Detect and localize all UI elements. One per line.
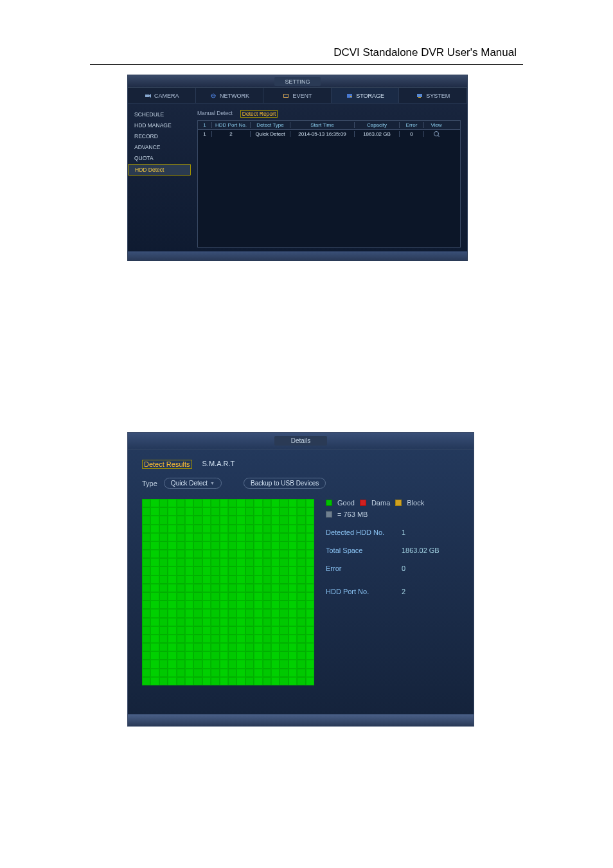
port-label: HDD Port No. bbox=[326, 588, 402, 595]
details-content: Good Dama Block = 763 MB Detected HDD No… bbox=[142, 499, 459, 685]
cell-start: 2014-05-13 16:35:09 bbox=[290, 131, 355, 137]
sidebar: SCHEDULE HDD MANAGE RECORD ADVANCE QUOTA… bbox=[128, 104, 191, 260]
cell-view[interactable] bbox=[424, 131, 449, 138]
report-table: 1 HDD Port No. Detect Type Start Time Ca… bbox=[197, 120, 461, 248]
error-value: 0 bbox=[402, 565, 405, 572]
sidebar-item-hdd-manage[interactable]: HDD MANAGE bbox=[128, 120, 191, 131]
tab-label: EVENT bbox=[292, 93, 312, 99]
col-error: Error bbox=[400, 122, 424, 128]
window-titlebar: SETTING bbox=[128, 75, 467, 88]
tab-label: NETWORK bbox=[220, 93, 249, 99]
tab-camera[interactable]: CAMERA bbox=[128, 88, 196, 103]
svg-rect-6 bbox=[350, 96, 351, 97]
table-header: 1 HDD Port No. Detect Type Start Time Ca… bbox=[198, 121, 460, 130]
sidebar-item-hdd-detect[interactable]: HDD Detect bbox=[128, 164, 191, 176]
info-row-total: Total Space 1863.02 GB bbox=[326, 547, 459, 554]
total-label: Total Space bbox=[326, 547, 402, 554]
sidebar-item-advance[interactable]: ADVANCE bbox=[128, 142, 191, 152]
col-type: Detect Type bbox=[251, 122, 290, 128]
legend-unit-row: = 763 MB bbox=[326, 511, 459, 518]
storage-icon bbox=[346, 93, 353, 99]
legend-block-icon bbox=[395, 500, 402, 506]
network-icon bbox=[209, 93, 217, 99]
window-title: SETTING bbox=[274, 77, 320, 86]
error-label: Error bbox=[326, 565, 402, 572]
tab-storage[interactable]: STORAGE bbox=[332, 88, 400, 103]
detect-grid bbox=[142, 499, 314, 685]
details-title: Details bbox=[274, 436, 328, 446]
tab-label: CAMERA bbox=[154, 93, 179, 99]
svg-rect-7 bbox=[417, 94, 422, 97]
type-row: Type Quick Detect ▼ Backup to USB Device… bbox=[142, 478, 459, 489]
tab-label: SYSTEM bbox=[426, 93, 450, 99]
legend-dama: Dama bbox=[371, 499, 390, 507]
window-footer bbox=[128, 251, 467, 260]
divider bbox=[90, 64, 523, 65]
tab-system[interactable]: SYSTEM bbox=[399, 88, 467, 103]
tab-label: STORAGE bbox=[356, 93, 384, 99]
view-icon[interactable] bbox=[434, 131, 439, 136]
legend-unit-icon bbox=[326, 511, 332, 518]
cell-error: 0 bbox=[400, 131, 424, 137]
sidebar-item-schedule[interactable]: SCHEDULE bbox=[128, 109, 191, 120]
system-icon bbox=[416, 93, 423, 99]
svg-rect-0 bbox=[145, 95, 149, 97]
info-panel: Good Dama Block = 763 MB Detected HDD No… bbox=[326, 499, 459, 685]
port-value: 2 bbox=[402, 588, 405, 595]
info-row-error: Error 0 bbox=[326, 565, 459, 572]
chevron-down-icon: ▼ bbox=[210, 481, 215, 485]
table-row[interactable]: 1 2 Quick Detect 2014-05-13 16:35:09 186… bbox=[198, 130, 460, 138]
details-body: Detect Results S.M.A.R.T Type Quick Dete… bbox=[128, 449, 474, 696]
info-row-port: HDD Port No. 2 bbox=[326, 588, 459, 595]
legend-good: Good bbox=[337, 499, 355, 507]
info-row-hddno: Detected HDD No. 1 bbox=[326, 529, 459, 536]
main-panel: Manual Detect Detect Report 1 HDD Port N… bbox=[191, 104, 467, 260]
col-port: HDD Port No. bbox=[212, 122, 251, 128]
type-value: Quick Detect bbox=[171, 480, 208, 487]
legend-row: Good Dama Block bbox=[326, 499, 459, 507]
total-value: 1863.02 GB bbox=[402, 547, 440, 554]
svg-rect-4 bbox=[284, 95, 288, 97]
legend-dama-icon bbox=[360, 500, 366, 506]
cell-capacity: 1863.02 GB bbox=[355, 131, 400, 137]
settings-window: SETTING CAMERA NETWORK EVENT STORAGE bbox=[127, 75, 468, 261]
main-tabs: CAMERA NETWORK EVENT STORAGE SYSTEM bbox=[128, 88, 467, 104]
legend-good-icon bbox=[326, 500, 332, 506]
subtab-detect-report[interactable]: Detect Report bbox=[240, 110, 278, 118]
details-tabs: Detect Results S.M.A.R.T bbox=[142, 460, 459, 469]
sidebar-item-quota[interactable]: QUOTA bbox=[128, 153, 191, 163]
tab-network[interactable]: NETWORK bbox=[196, 88, 264, 103]
details-footer bbox=[128, 714, 474, 726]
hddno-value: 1 bbox=[402, 529, 405, 536]
svg-rect-8 bbox=[418, 97, 421, 98]
tab-event[interactable]: EVENT bbox=[263, 88, 332, 103]
col-view: View bbox=[424, 122, 449, 128]
details-window: Details Detect Results S.M.A.R.T Type Qu… bbox=[127, 432, 474, 727]
cell-index: 1 bbox=[198, 131, 212, 137]
type-select[interactable]: Quick Detect ▼ bbox=[164, 478, 222, 489]
legend-block: Block bbox=[407, 499, 424, 507]
backup-button[interactable]: Backup to USB Devices bbox=[244, 478, 326, 489]
tab-smart[interactable]: S.M.A.R.T bbox=[201, 460, 236, 469]
tab-detect-results[interactable]: Detect Results bbox=[142, 460, 192, 469]
page-header: DCVI Standalone DVR User's Manual bbox=[333, 46, 517, 59]
window-body: SCHEDULE HDD MANAGE RECORD ADVANCE QUOTA… bbox=[128, 104, 467, 260]
details-titlebar: Details bbox=[128, 433, 474, 449]
cell-port: 2 bbox=[212, 131, 251, 137]
sidebar-item-record[interactable]: RECORD bbox=[128, 131, 191, 141]
subtab-manual-detect[interactable]: Manual Detect bbox=[197, 110, 233, 118]
col-start: Start Time bbox=[290, 122, 355, 128]
col-index: 1 bbox=[198, 122, 212, 128]
legend-unit: = 763 MB bbox=[337, 511, 368, 518]
type-label: Type bbox=[142, 480, 157, 487]
sub-tabs: Manual Detect Detect Report bbox=[197, 110, 461, 118]
hddno-label: Detected HDD No. bbox=[326, 529, 402, 536]
event-icon bbox=[282, 93, 290, 99]
camera-icon bbox=[144, 93, 152, 99]
col-capacity: Capacity bbox=[355, 122, 400, 128]
cell-type: Quick Detect bbox=[251, 131, 290, 137]
